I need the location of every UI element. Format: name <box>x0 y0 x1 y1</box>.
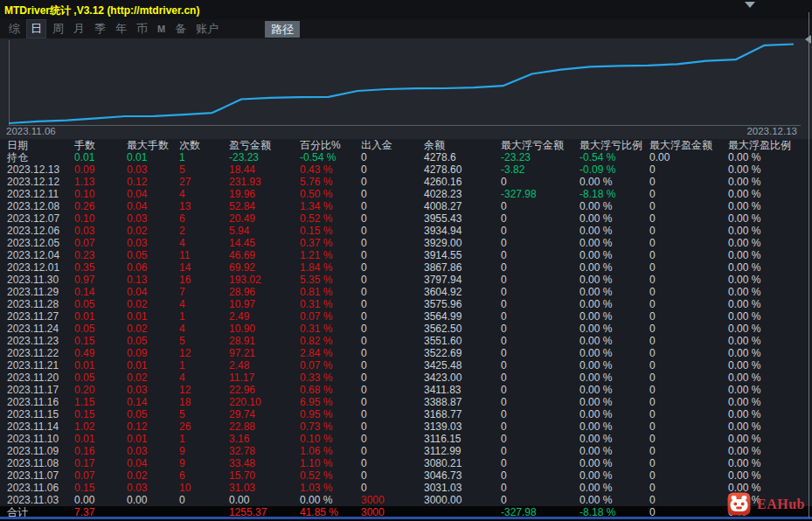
table-cell: 1.84 % <box>300 261 361 274</box>
table-cell: 0 <box>361 237 424 249</box>
scroll-up-arrow-icon[interactable] <box>745 2 755 8</box>
table-cell: 0.00 % <box>580 408 649 420</box>
menu-item-日[interactable]: 日 <box>26 19 46 38</box>
table-cell: 0 <box>649 176 728 188</box>
table-cell: 0.00 % <box>580 420 649 433</box>
table-cell: -0.09 % <box>580 163 649 176</box>
table-cell: 2023.11.21 <box>7 359 74 372</box>
table-cell: 0.00 % <box>580 225 649 237</box>
table-cell: 5 <box>179 408 229 420</box>
table-cell: 0.00 % <box>728 384 812 396</box>
table-cell: 0 <box>501 237 580 249</box>
table-cell: 0.00 <box>229 494 300 506</box>
table-cell: 5.35 % <box>300 274 361 286</box>
table-cell: 5 <box>179 335 229 347</box>
table-row: 2023.11.240.050.02410.900.31 %03562.5000… <box>0 323 812 335</box>
table-cell: 0.00 % <box>580 347 649 359</box>
table-row: 2023.11.161.150.1418220.106.95 %03388.87… <box>0 396 812 408</box>
table-cell: 0.31 % <box>300 298 361 310</box>
menu-item-月[interactable]: 月 <box>73 21 85 37</box>
table-cell: 2023.11.24 <box>7 323 74 335</box>
table-cell: 2023.11.29 <box>7 286 74 298</box>
menu-item-账户[interactable]: 账户 <box>196 21 219 37</box>
table-cell: 0.02 <box>127 298 179 310</box>
table-cell: 0 <box>649 372 728 384</box>
table-cell: 0.07 % <box>300 359 361 372</box>
table-cell: 0.81 % <box>300 286 361 298</box>
menu-item-综[interactable]: 综 <box>9 21 20 37</box>
table-cell: 0.07 <box>74 469 127 482</box>
table-cell: 0 <box>649 457 728 469</box>
table-cell: 0.00 % <box>580 286 649 298</box>
table-cell: 0 <box>501 286 580 298</box>
daily-stats-table: 日期手数最大手数次数盈亏金额百分比%出入金余额最大浮亏金额最大浮亏比例最大浮盈金… <box>0 139 812 518</box>
window-title: MTDriver统计 ,V3.12 (http://mtdriver.cn) <box>0 4 199 17</box>
menu-item-年[interactable]: 年 <box>115 21 127 37</box>
equity-curve <box>9 45 794 124</box>
table-cell: 0 <box>361 151 424 163</box>
table-cell: 0.37 % <box>300 237 361 249</box>
table-cell: 0.00 % <box>580 372 649 384</box>
table-cell: 0 <box>501 249 580 261</box>
table-cell: 9 <box>179 457 229 469</box>
table-row: 2023.11.230.150.05528.910.82 %03551.6000… <box>0 335 812 347</box>
table-cell: 0.00 % <box>728 298 812 310</box>
table-cell: 0.00 % <box>728 261 812 274</box>
table-cell: 0 <box>501 457 580 469</box>
menu-item-季[interactable]: 季 <box>94 21 106 37</box>
table-cell: 1.02 <box>74 420 127 433</box>
table-cell: 0.00 % <box>580 212 649 225</box>
table-cell: 0.09 <box>127 347 179 359</box>
table-cell: 0 <box>501 200 580 212</box>
table-cell: 0.00 % <box>728 237 812 249</box>
path-button[interactable]: 路径 <box>265 21 300 38</box>
table-cell: 10.90 <box>229 323 300 335</box>
table-cell: 2023.11.15 <box>7 408 74 420</box>
table-cell: 0 <box>501 225 580 237</box>
table-cell: 0 <box>179 494 229 506</box>
table-cell: 5.76 % <box>300 176 361 188</box>
table-cell: 0 <box>649 163 728 176</box>
table-cell: 18.44 <box>229 163 300 176</box>
table-cell: 97.21 <box>229 347 300 359</box>
table-cell: 33.48 <box>229 457 300 469</box>
table-cell: -0.54 % <box>300 151 361 163</box>
table-cell: 0.04 <box>127 457 179 469</box>
table-cell: 0 <box>501 420 580 433</box>
table-row: 2023.12.121.130.1227231.935.76 %04260.16… <box>0 176 812 188</box>
table-cell: 0.02 <box>127 323 179 335</box>
table-cell: 0.01 <box>127 151 179 163</box>
table-cell: 0 <box>501 482 580 494</box>
table-cell: 11 <box>179 249 229 261</box>
menu-item-M[interactable]: M <box>157 21 165 37</box>
right-scrollbar[interactable] <box>809 12 809 518</box>
table-cell: 1.15 <box>74 396 127 408</box>
table-cell: 0.00 % <box>580 433 649 445</box>
chart-end-date-label: 2023.12.13 <box>746 126 797 136</box>
table-cell: 0 <box>501 261 580 274</box>
menu-item-币[interactable]: 币 <box>136 21 148 37</box>
table-cell: 1 <box>179 310 229 323</box>
menu-item-周[interactable]: 周 <box>52 21 64 37</box>
table-cell: 持仓 <box>7 151 74 163</box>
table-cell: 1.13 <box>74 176 127 188</box>
table-cell: 0 <box>649 261 728 274</box>
column-header: 余额 <box>424 139 501 151</box>
table-cell: 3031.03 <box>424 482 501 494</box>
table-cell: 0 <box>649 408 728 420</box>
table-cell: 0.03 <box>127 237 179 249</box>
table-cell: 19.96 <box>229 188 300 200</box>
menu-item-备[interactable]: 备 <box>175 21 186 37</box>
table-cell: 2023.11.16 <box>7 396 74 408</box>
table-cell: 0 <box>501 176 580 188</box>
table-cell: 4260.16 <box>424 176 501 188</box>
table-cell: 0.00 % <box>580 396 649 408</box>
table-cell: 6.95 % <box>300 396 361 408</box>
table-cell: 0.35 <box>74 261 127 274</box>
table-cell: 0.12 <box>127 176 179 188</box>
table-cell: 0 <box>361 298 424 310</box>
table-cell: 2023.11.27 <box>7 310 74 323</box>
table-cell: 0.15 <box>74 335 127 347</box>
table-cell: 0.43 % <box>300 163 361 176</box>
table-cell: -8.18 % <box>580 188 649 200</box>
